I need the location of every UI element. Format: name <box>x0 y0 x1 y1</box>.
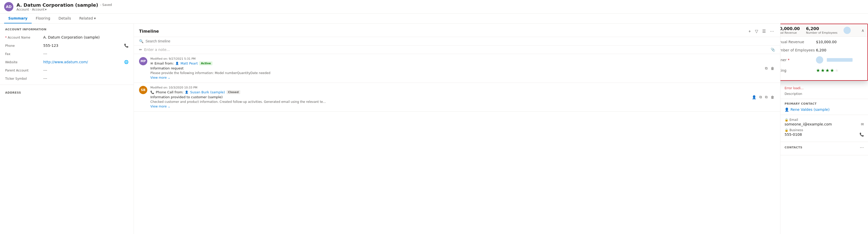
view-more-chevron-1: ⌄ <box>167 76 170 79</box>
email-label: 🔒 Email <box>784 118 864 122</box>
popup-row-employees-label: Number of Employees <box>780 48 816 52</box>
star-1[interactable]: ★ <box>816 68 820 73</box>
email-action-icon[interactable]: ✉ <box>861 122 864 126</box>
field-row-fax: Fax --- <box>0 49 134 58</box>
entry-badge-2: Closed <box>226 90 240 94</box>
entry-content-2: Modified on: 10/3/2020 10:33 PM 📞 Phone … <box>150 86 748 108</box>
tabs-bar: Summary Flooring Details Related ▾ <box>0 13 868 24</box>
view-more-chevron-2: ⌄ <box>167 105 170 108</box>
subtitle-entity[interactable]: Account ▾ <box>32 8 46 11</box>
field-label-account-name: * Account Name <box>5 35 41 39</box>
section-divider <box>0 85 134 85</box>
popup-stat-revenue: $10,000.00 Annual Revenue <box>780 26 800 34</box>
owner-name-blurred <box>827 58 852 62</box>
center-panel: Timeline + ▽ ☰ ⋯ 🔍 ✏ Enter a note... 📎 <box>134 24 780 234</box>
main-content: ACCOUNT INFORMATION * Account Name A. Da… <box>0 24 868 234</box>
star-4[interactable]: ★ <box>830 68 834 73</box>
entry-delete-btn-1[interactable]: 🗑 <box>770 57 775 79</box>
contacts-section: CONTACTS ⋯ <box>780 142 868 155</box>
lock-email-icon: 🔒 <box>784 118 788 122</box>
popup-stats: $10,000.00 Annual Revenue 6,200 Number o… <box>780 26 853 34</box>
app-container: AD A. Datum Corporation (sample) - Saved… <box>0 0 868 234</box>
timeline-more-button[interactable]: ⋯ <box>769 28 775 35</box>
field-row-account-name: * Account Name A. Datum Corporation (sam… <box>0 33 134 41</box>
contacts-title: CONTACTS ⋯ <box>784 145 864 150</box>
search-icon: 🔍 <box>139 39 144 43</box>
popup-stat-revenue-label: Annual Revenue <box>780 31 800 34</box>
popup-row-revenue-label: Annual Revenue <box>780 40 816 44</box>
primary-contact-link[interactable]: 👤 Rene Valdes (sample) <box>784 107 864 111</box>
entry-actions-2: 👤 ⧉ ⧉ 🗑 <box>751 86 775 108</box>
entry-avatar-1: MP <box>139 57 147 65</box>
timeline-header: Timeline + ▽ ☰ ⋯ <box>134 24 780 37</box>
entry-avatar-2: SB <box>139 86 147 94</box>
timeline-actions: + ▽ ☰ ⋯ <box>747 28 775 35</box>
entry-flag-btn-2[interactable]: ⧉ <box>764 86 768 108</box>
popup-row-owner-label: Owner * <box>780 58 816 62</box>
left-panel: ACCOUNT INFORMATION * Account Name A. Da… <box>0 24 134 234</box>
field-row-parent-account: Parent Account --- <box>0 66 134 74</box>
popup-row-rating: Rating ★ ★ ★ ★ ★ <box>780 68 863 73</box>
entry-delete-btn-2[interactable]: 🗑 <box>770 86 775 108</box>
field-value-account-name: A. Datum Corporation (sample) <box>43 35 128 39</box>
entry-author-1[interactable]: Matt Peart <box>181 62 198 65</box>
primary-contact-title: Primary Contact <box>784 102 864 105</box>
popup-stat-employees-value: 6,200 <box>806 26 837 31</box>
entry-content-1: Modified on: 9/27/2021 5:31 PM ✉ Email f… <box>150 57 761 79</box>
popup-row-owner: Owner * <box>780 56 863 64</box>
owner-avatar-thumb <box>843 27 851 34</box>
popup-stat-employees: 6,200 Number of Employees <box>806 26 837 34</box>
biz-phone-icon[interactable]: 📞 <box>860 132 864 137</box>
globe-icon[interactable]: 🌐 <box>124 60 128 64</box>
owner-avatar <box>816 56 823 64</box>
popup-stat-revenue-value: $10,000.00 <box>780 26 800 31</box>
field-row-website: Website http://www.adatum.com/ 🌐 <box>0 58 134 66</box>
contacts-more-btn[interactable]: ⋯ <box>860 145 864 150</box>
timeline-add-button[interactable]: + <box>747 28 752 35</box>
contact-person-icon: 👤 <box>784 107 789 111</box>
view-more-2[interactable]: View more ⌄ <box>150 105 748 108</box>
entry-type-label-1: Email from: <box>154 62 174 65</box>
entry-author-2[interactable]: Susan Burk (sample) <box>190 90 225 94</box>
timeline-title: Timeline <box>139 29 159 34</box>
field-label-website: Website <box>5 60 41 64</box>
star-5[interactable]: ★ <box>835 68 839 73</box>
entry-title-2: 📞 Phone Call from: 👤 Susan Burk (sample)… <box>150 90 748 94</box>
entry-assign-btn-2[interactable]: 👤 <box>751 86 757 108</box>
popup-row-rating-value: ★ ★ ★ ★ ★ <box>816 68 863 73</box>
entry-description-1: Please provide the following information… <box>150 71 761 75</box>
attach-icon[interactable]: 📎 <box>771 47 775 52</box>
tab-summary[interactable]: Summary <box>4 13 32 24</box>
entry-copy-btn-1[interactable]: ⧉ <box>764 57 768 79</box>
tab-related[interactable]: Related ▾ <box>75 13 100 24</box>
note-input-area: ✏ Enter a note... 📎 <box>134 45 780 54</box>
record-name: A. Datum Corporation (sample) <box>17 2 98 8</box>
field-value-ticker: --- <box>43 76 128 80</box>
view-more-1[interactable]: View more ⌄ <box>150 76 761 79</box>
tab-flooring[interactable]: Flooring <box>32 13 54 24</box>
record-title-group: A. Datum Corporation (sample) - Saved Ac… <box>17 2 112 11</box>
person-icon-1: 👤 <box>175 62 179 65</box>
record-header: AD A. Datum Corporation (sample) - Saved… <box>0 0 868 13</box>
subtitle-sep: · <box>30 8 31 11</box>
field-label-fax: Fax <box>5 52 41 56</box>
star-2[interactable]: ★ <box>820 68 825 73</box>
email-field-group: 🔒 Email someone_i@example.com ✉ <box>784 118 864 126</box>
tab-details[interactable]: Details <box>54 13 75 24</box>
field-value-fax: --- <box>43 52 128 56</box>
error-link[interactable]: Error loadi... <box>784 87 804 90</box>
entry-copy-btn-2[interactable]: ⧉ <box>758 86 763 108</box>
rating-stars: ★ ★ ★ ★ ★ <box>816 68 863 73</box>
phone-icon[interactable]: 📞 <box>124 43 128 47</box>
saved-badge: - Saved <box>100 3 112 7</box>
timeline-search-input[interactable] <box>146 39 775 43</box>
timeline-filter-button[interactable]: ▽ <box>754 28 759 35</box>
business-label: 🔒 Business <box>784 128 864 132</box>
note-placeholder[interactable]: Enter a note... <box>144 47 771 52</box>
required-star: * <box>5 36 7 39</box>
person-icon-2: 👤 <box>185 91 188 94</box>
timeline-list-button[interactable]: ☰ <box>761 28 767 35</box>
popup-close-button[interactable]: ∧ <box>861 28 864 33</box>
star-3[interactable]: ★ <box>825 68 829 73</box>
popup-body: Annual Revenue $10,000.00 Number of Empl… <box>780 37 867 80</box>
